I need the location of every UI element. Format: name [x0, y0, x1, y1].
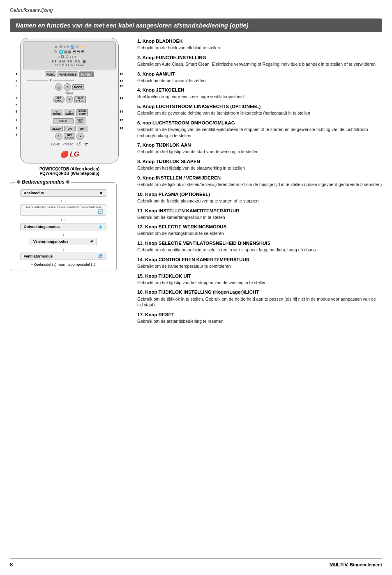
knop-desc-9: Gebruikt om de tijdklok in stellen/te ve…: [137, 182, 382, 188]
num-label-2: 2: [16, 79, 17, 83]
num-label-8: 8: [16, 126, 17, 130]
num-label-7: 7: [16, 118, 17, 122]
up-arrow-button[interactable]: ∧: [64, 83, 71, 91]
plasma-button[interactable]: PLASMA: [79, 71, 94, 77]
knop-title-6: 6. nop LUCHTSTROOM OMHOOG/OMLAAG: [137, 120, 382, 126]
koelmodus-icon: ❄: [99, 191, 103, 195]
num-label-1: 1: [16, 72, 17, 76]
mode-button[interactable]: MODE: [72, 84, 84, 90]
swing-h-button[interactable]: ⊘SWING: [51, 109, 62, 116]
footer-brand: MULTI V. Binnenelement: [330, 561, 382, 568]
bediening-title: Bedieningsmodus: [15, 179, 71, 185]
knop-title-8: 8. Knop TIJDKLOK SLAPEN: [137, 158, 382, 165]
ontvochtings-label: Ontvochtingsmodus: [24, 225, 60, 229]
knop-desc-4: Snel koelen zorgt voor een zeer hoge ven…: [137, 94, 382, 100]
sleep-button[interactable]: SLEEP: [51, 126, 62, 131]
koelmodus-label: Koelmodus: [24, 191, 44, 195]
num-label-9: 9: [16, 133, 17, 137]
knop-title-7: 7. Knop TIJDKLOK AAN: [137, 142, 382, 148]
knop-title-15: 15. Knop TIJDKLOK UIT: [137, 273, 382, 279]
knop-desc-16: Gebruik om de tijdklok in te stellen. Ge…: [137, 296, 382, 308]
bediening-items: Koelmodus ❄ ↓ ↓ Automatische modus of au…: [15, 189, 111, 260]
knop-desc-10: Gebruik om de functie plasma-zuivering t…: [137, 198, 382, 204]
knop-desc-11: Gebruik om de kamertemperatuur in te ste…: [137, 214, 382, 221]
remote-row-1: 1 FUNC. VANE ANGLE PLASMA 10: [23, 71, 116, 77]
footer-binnenelement: Binnenelement: [350, 562, 382, 567]
bediening-ventilator: Ventilatormodus 🌀: [20, 253, 107, 260]
knop-item-17: 17. Knop RESETGebruik om de afstandsbedi…: [137, 311, 382, 324]
knop-item-12: 12. Knop SELECTIE WERKINGSMODUSGebruikt …: [137, 223, 382, 237]
up2-button[interactable]: ∧: [55, 133, 62, 140]
bediening-footer-text: • Koelmodel (↓), warmtepompmodel (↓): [31, 262, 95, 267]
remote-row-4: 4 JETCOOL ∨ FANSPEED 13: [23, 96, 116, 103]
cf-sec-button[interactable]: °C/°FSEC: [75, 117, 86, 124]
bediening-auto: Automatische modus of automatisch oversc…: [20, 204, 107, 216]
off-button[interactable]: OFF: [77, 126, 88, 131]
main-content: ⛭ ❄ ○ ☀ 🌀 ⊕ ⚡ ⟰ ⛎ ▦▦ ⬒⬒ ☰ ○ ⊡ ≣ ↑↓ ≈ → 8…: [10, 38, 382, 328]
knop-item-9: 9. Knop INSTELLEN / VERWIJDERENGebruikt …: [137, 175, 382, 188]
knop-desc-12: Gebruikt om de werkingsmodus te selecter…: [137, 230, 382, 237]
model-line2: PQWRHQ0FDB (Warmtepomp): [10, 171, 129, 176]
power-button[interactable]: ⏻: [55, 83, 62, 91]
lg-logo: 🔴 LG: [23, 150, 116, 158]
bediening-box: Bedieningsmodus Koelmodus ❄ ↓ ↓ Automati…: [10, 182, 117, 271]
on-button[interactable]: ON: [64, 126, 76, 131]
knop-item-1: 1. Knop BLADHOEKGebruikt om de hoek van …: [137, 38, 382, 51]
bediening-title-text: Bedieningsmodus: [22, 179, 65, 185]
down-arrow-button[interactable]: ∨: [66, 96, 73, 103]
knop-item-16: 16. Knop TIJDKLOK INSTELLING (Hoger/Lage…: [137, 289, 382, 308]
down2-button[interactable]: ∨: [76, 133, 84, 140]
bediening-ontvochtings: Ontvochtingsmodus 💧: [20, 223, 107, 230]
timer-button[interactable]: TIMER: [53, 118, 74, 124]
yr-sec-label: YR/SEC: [63, 143, 74, 146]
knop-item-8: 8. Knop TIJDKLOK SLAPENGebruikt om het t…: [137, 158, 382, 171]
arrow-down-3: ↓: [15, 232, 111, 237]
page: Gebruiksaanwijzing Namen en functies van…: [0, 0, 392, 575]
swing-v-button[interactable]: ⊘SWING: [64, 109, 75, 116]
remote-row-8: 8 SLEEP ON OFF 16: [23, 126, 116, 131]
func-button[interactable]: FUNC.: [45, 71, 56, 77]
room-temp-button[interactable]: ROOMTEMP: [76, 109, 88, 116]
fan-speed-button[interactable]: FANSPEED: [74, 96, 86, 103]
arrow-down-4: ↓: [15, 246, 111, 251]
knop-item-13: 13. Knop SELECTIE VENTILATORSNELHEID BIN…: [137, 240, 382, 253]
knop-desc-6: Gebruikt om de beweging van de ventilati…: [137, 126, 382, 138]
knop-title-17: 17. Knop RESET: [137, 311, 382, 318]
knop-title-10: 10. Knop PLASMA (OPTIONEEL): [137, 191, 382, 198]
knop-item-4: 4. Knop JETKOELENSnel koelen zorgt voor …: [137, 87, 382, 100]
remote-schematic: ⛭ ❄ ○ ☀ 🌀 ⊕ ⚡ ⟰ ⛎ ▦▦ ⬒⬒ ☰ ○ ⊡ ≣ ↑↓ ≈ → 8…: [20, 38, 119, 163]
light-label: LIGHT: [51, 143, 60, 146]
model-text: PQWRCQ0FDB (Alleen koelen) PQWRHQ0FDB (W…: [10, 167, 129, 176]
num-label-17: 17: [84, 143, 88, 146]
num-label-5: 5: [16, 104, 17, 107]
knop-desc-14: Gebruikt om de kamertemperatuur te contr…: [137, 263, 382, 269]
knop-title-1: 1. Knop BLADHOEK: [137, 38, 382, 44]
set-clear-button[interactable]: SETCLEAR: [64, 133, 76, 140]
left-column: ⛭ ❄ ○ ☀ 🌀 ⊕ ⚡ ⟰ ⛎ ▦▦ ⬒⬒ ☰ ○ ⊡ ≣ ↑↓ ≈ → 8…: [10, 38, 129, 328]
knop-list: 1. Knop BLADHOEKGebruikt om de hoek van …: [137, 38, 382, 324]
num-label-10: 10: [120, 72, 123, 76]
knop-title-14: 14. Knop CONTROLEREN KAMERTEMPERATUUR: [137, 256, 382, 263]
footer-page-number: 8: [10, 561, 13, 568]
num-label-6: 6: [16, 110, 17, 113]
knop-desc-17: Gebruik om de afstandsbediening te reset…: [137, 318, 382, 324]
vane-angle-button[interactable]: VANE ANGLE: [58, 71, 78, 77]
knop-title-3: 3. Knop AAN/UIT: [137, 71, 382, 77]
num-label-3: 3: [16, 84, 17, 88]
num-label-13: 13: [120, 97, 123, 100]
model-line1: PQWRCQ0FDB (Alleen koelen): [10, 167, 129, 171]
bediening-dot-left: [17, 180, 20, 184]
bediening-verwarming: Verwarmingsmodus ☀: [30, 238, 97, 245]
reset-button[interactable]: ↺: [77, 141, 81, 147]
remote-row-2: 2 ───────── ▼ ───────── 11: [23, 78, 116, 82]
knop-desc-8: Gebruikt om het tijdstip van de slaapwer…: [137, 165, 382, 171]
knop-item-6: 6. nop LUCHTSTROOM OMHOOG/OMLAAGGebruikt…: [137, 120, 382, 138]
remote-row-5: 5: [23, 104, 116, 108]
knop-title-2: 2. Knop FUNCTIE-INSTELLING: [137, 54, 382, 61]
num-label-14: 14: [120, 110, 123, 113]
knop-item-11: 11. Knop INSTELLEN KAMERTEMPERATUURGebru…: [137, 207, 382, 221]
remote-row-timer: 7 TIMER °C/°FSEC 15: [23, 117, 116, 124]
main-title-text: Namen en functies van de met een kabel a…: [16, 22, 249, 29]
num-label-15: 15: [120, 118, 123, 122]
jet-cool-button[interactable]: JETCOOL: [53, 96, 65, 103]
